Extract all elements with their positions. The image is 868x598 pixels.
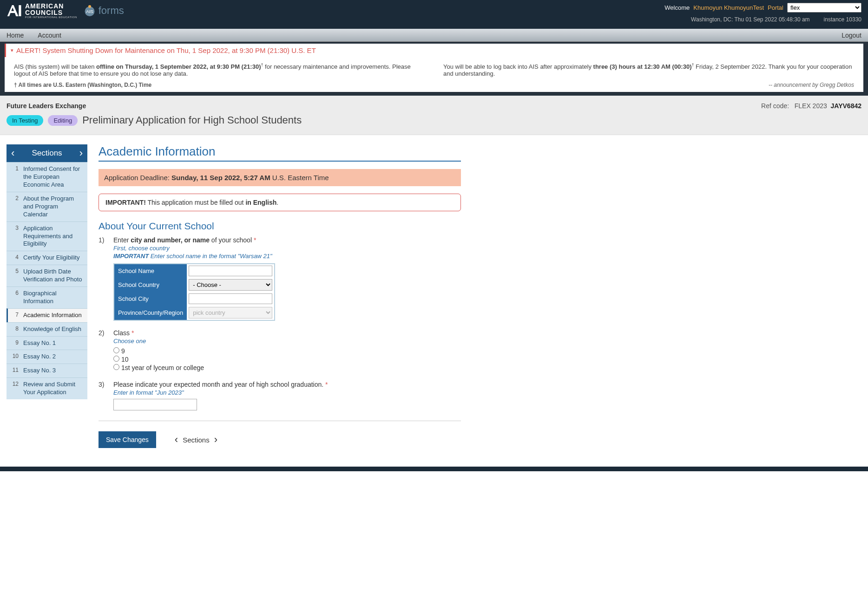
class-radio[interactable]	[113, 356, 119, 362]
instance-label: instance 10330	[824, 16, 861, 23]
question-3: 3) Please indicate your expected month a…	[99, 381, 461, 410]
section-nav-item[interactable]: 6Biographical Information	[7, 286, 87, 308]
class-radio[interactable]	[113, 364, 119, 370]
section-nav-item[interactable]: 5Upload Birth Date Verification and Phot…	[7, 265, 87, 286]
school-country-select[interactable]: - Choose -	[189, 279, 272, 291]
school-city-input[interactable]	[189, 293, 272, 304]
portal-select[interactable]: flex	[787, 3, 861, 13]
american-councils-logo: AMERICAN COUNCILS FOR INTERNATIONAL EDUC…	[7, 3, 77, 19]
save-button[interactable]: Save Changes	[99, 431, 156, 448]
section-nav: ‹ Sections › 1Informed Consent for the E…	[7, 144, 87, 399]
form-title: Preliminary Application for High School …	[82, 114, 302, 126]
alert-body: AIS (this system) will be taken offline …	[5, 57, 863, 80]
required-star: *	[325, 381, 328, 388]
q1-hint2: IMPORTANT Enter school name in the forma…	[113, 253, 461, 260]
section-nav-item[interactable]: 11Essay No. 3	[7, 364, 87, 377]
graduation-date-input[interactable]	[113, 399, 197, 410]
section-nav-item[interactable]: 3Application Requirements and Eligibilit…	[7, 221, 87, 251]
section-nav-item[interactable]: 10Essay No. 2	[7, 350, 87, 364]
chevron-down-icon: ▾	[11, 47, 13, 53]
content-area: Academic Information Application Deadlin…	[99, 144, 461, 448]
nav-account[interactable]: Account	[38, 32, 61, 39]
required-star: *	[132, 329, 134, 337]
nav-home[interactable]: Home	[7, 32, 24, 39]
section-title: Academic Information	[99, 144, 461, 162]
header-logos: AMERICAN COUNCILS FOR INTERNATIONAL EDUC…	[7, 3, 124, 19]
q1-hint1: First, choose country	[113, 245, 461, 252]
alert-author: -- announcement by Gregg Detkos	[769, 82, 854, 88]
ais-forms-logo: AIS forms	[83, 4, 124, 18]
school-name-input[interactable]	[189, 266, 272, 276]
region-label: Province/County/Region	[114, 306, 187, 320]
footer-bar	[0, 467, 868, 471]
ais-logo-icon: AIS	[83, 4, 97, 18]
deadline-box: Application Deadline: Sunday, 11 Sep 202…	[99, 169, 461, 186]
program-name: Future Leaders Exchange	[7, 102, 86, 110]
important-box: IMPORTANT! This application must be fill…	[99, 194, 461, 211]
q2-hint: Choose one	[113, 338, 461, 344]
section-next-icon[interactable]: ›	[79, 147, 83, 159]
class-radio-option[interactable]: 9	[113, 347, 461, 355]
q3-hint: Enter in format "Jun 2023"	[113, 389, 461, 396]
status-badge-testing: In Testing	[7, 115, 43, 126]
svg-point-2	[88, 5, 91, 8]
section-nav-item[interactable]: 2About the Program and Program Calendar	[7, 192, 87, 221]
school-fields-table: School Name School Country - Choose - Sc…	[113, 263, 275, 321]
svg-rect-0	[19, 5, 21, 16]
ac-logo-icon	[7, 3, 22, 19]
sections-nav-bottom: ‹ Sections ›	[175, 434, 217, 446]
class-radio-option[interactable]: 10	[113, 356, 461, 363]
class-radio-option[interactable]: 1st year of lyceum or college	[113, 364, 461, 371]
required-star: *	[254, 236, 256, 244]
question-1: 1) Enter city and number, or name of you…	[99, 236, 461, 321]
top-header: AMERICAN COUNCILS FOR INTERNATIONAL EDUC…	[0, 0, 868, 29]
alert-title: ALERT! System Shutting Down for Maintena…	[16, 46, 316, 54]
section-nav-item[interactable]: 7Academic Information	[7, 308, 87, 322]
section-nav-item[interactable]: 8Knowledge of English	[7, 322, 87, 336]
alert-banner: ▾ ALERT! System Shutting Down for Mainte…	[0, 42, 868, 96]
username-link[interactable]: Khumoyun KhumoyunTest	[693, 4, 764, 11]
school-city-label: School City	[114, 292, 187, 306]
sub-title: About Your Current School	[99, 221, 461, 232]
server-time: Washington, DC: Thu 01 Sep 2022 05:48:30…	[691, 16, 810, 23]
svg-text:AIS: AIS	[86, 9, 93, 14]
ref-code-block: Ref code: FLEX 2023 JAYV6842	[761, 102, 861, 110]
question-2: 2) Class * Choose one 9 10 1st year of l…	[99, 329, 461, 372]
nav-bar: Home Account Logout	[0, 29, 868, 42]
welcome-label: Welcome	[664, 4, 690, 11]
school-country-label: School Country	[114, 278, 187, 292]
class-radio[interactable]	[113, 347, 119, 353]
section-nav-item[interactable]: 12Review and Submit Your Application	[7, 377, 87, 399]
section-nav-item[interactable]: 4Certify Your Eligibility	[7, 251, 87, 265]
page-header: Future Leaders Exchange Ref code: FLEX 2…	[0, 96, 868, 135]
section-prev-icon[interactable]: ‹	[11, 147, 14, 159]
alert-toggle[interactable]: ▾ ALERT! System Shutting Down for Mainte…	[5, 44, 863, 57]
section-next-bottom-icon[interactable]: ›	[214, 434, 217, 446]
alert-tz-note: † All times are U.S. Eastern (Washington…	[14, 82, 151, 88]
school-name-label: School Name	[114, 264, 187, 278]
section-nav-item[interactable]: 1Informed Consent for the European Econo…	[7, 162, 87, 192]
nav-logout[interactable]: Logout	[842, 32, 861, 39]
section-nav-item[interactable]: 9Essay No. 1	[7, 336, 87, 350]
region-select[interactable]: pick country	[189, 307, 272, 318]
section-prev-bottom-icon[interactable]: ‹	[175, 434, 178, 446]
portal-link[interactable]: Portal	[768, 4, 783, 11]
separator	[99, 421, 461, 421]
section-nav-title: Sections	[32, 149, 62, 158]
status-badge-editing: Editing	[48, 115, 78, 126]
